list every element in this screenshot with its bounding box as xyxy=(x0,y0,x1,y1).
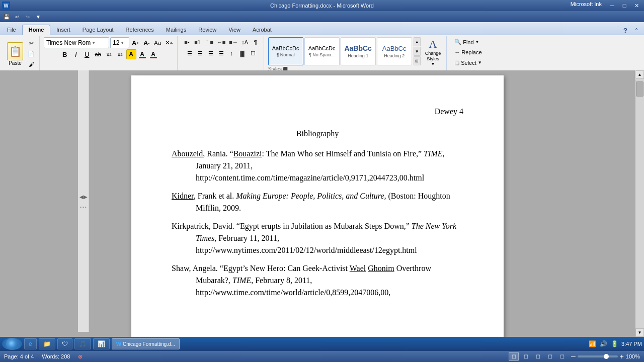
underline-button[interactable]: U xyxy=(82,49,92,59)
decrease-indent-button[interactable]: ←≡ xyxy=(215,37,227,47)
gallery-scroll-down-button[interactable]: ▼ xyxy=(414,47,421,56)
zoom-in-button[interactable]: + xyxy=(620,352,624,360)
find-button[interactable]: 🔍 Find ▼ xyxy=(451,37,482,47)
window-title: Chicago Formatting.docx - Microsoft Word xyxy=(270,3,374,9)
show-para-button[interactable]: ¶ xyxy=(251,37,261,47)
subscript-button[interactable]: x2 xyxy=(104,49,114,59)
word-app-icon: W xyxy=(2,2,10,10)
tab-references[interactable]: References xyxy=(120,25,160,35)
security-taskbar-button[interactable]: 🛡 xyxy=(57,338,72,349)
gallery-scroll-up-button[interactable]: ▲ xyxy=(414,37,421,46)
qat-dropdown-button[interactable]: ▼ xyxy=(34,12,43,21)
bib-entry-2-author: Kidner xyxy=(172,192,194,200)
ribbon-help-button[interactable]: ? xyxy=(621,26,630,35)
font-size-value: 12 xyxy=(113,39,119,46)
web-layout-button[interactable]: ☐ xyxy=(533,352,543,361)
scroll-thumb[interactable] xyxy=(636,81,643,97)
undo-qat-button[interactable]: ↩ xyxy=(13,12,22,21)
italic-button[interactable]: I xyxy=(71,49,81,59)
bullets-button[interactable]: ≡• xyxy=(182,37,192,47)
style-normal-button[interactable]: AaBbCcDc ¶ Normal xyxy=(268,37,303,65)
font-color-button[interactable]: A xyxy=(148,49,158,59)
folder-taskbar-button[interactable]: 📁 xyxy=(39,338,55,349)
print-layout-button[interactable]: ☐ xyxy=(509,352,519,361)
bib-entry-1-author-rest: , Rania. “Bouazizi: The Man Who set Hims… xyxy=(196,149,444,182)
tab-acrobat[interactable]: Acrobat xyxy=(247,25,278,35)
align-center-button[interactable]: ☰ xyxy=(195,48,205,58)
format-painter-button[interactable]: 🖌 xyxy=(26,59,36,69)
document-page[interactable]: Dewey 4 Bibliography Abouzeid, Rania. “B… xyxy=(131,75,504,337)
nav-arrow-icon[interactable]: ◀▶ xyxy=(78,193,89,201)
select-button[interactable]: ⬚ Select ▼ xyxy=(451,58,486,67)
style-heading1-button[interactable]: AaBbCc Heading 1 xyxy=(341,37,376,65)
font-name-selector[interactable]: Times New Rom ▼ xyxy=(44,37,109,48)
full-reading-button[interactable]: ☐ xyxy=(521,352,531,361)
align-right-button[interactable]: ☰ xyxy=(206,48,216,58)
find-dropdown-arrow: ▼ xyxy=(475,40,479,44)
cut-button[interactable]: ✂ xyxy=(26,38,36,48)
increase-indent-button[interactable]: ≡→ xyxy=(227,37,239,47)
volume-tray-icon[interactable]: 🔊 xyxy=(599,340,607,348)
scroll-track[interactable] xyxy=(635,79,644,328)
minimize-button[interactable]: ─ xyxy=(607,1,618,10)
border-button[interactable]: ☐ xyxy=(248,48,258,58)
network-tray-icon[interactable]: 📶 xyxy=(588,340,596,348)
tab-insert[interactable]: Insert xyxy=(50,25,76,35)
paste-button[interactable]: 📋 Paste xyxy=(5,41,25,67)
line-spacing-button[interactable]: ↕ xyxy=(227,48,237,58)
media-taskbar-button[interactable]: 🎵 xyxy=(74,338,91,349)
superscript-button[interactable]: x2 xyxy=(115,49,125,59)
shrink-font-button[interactable]: A- xyxy=(141,38,151,48)
copy-button[interactable]: 📄 xyxy=(26,49,36,59)
replace-button[interactable]: ↔ Replace xyxy=(451,48,485,57)
grow-font-button[interactable]: A+ xyxy=(130,38,140,48)
battery-tray-icon[interactable]: 🔋 xyxy=(610,340,618,348)
draft-button[interactable]: ☐ xyxy=(557,352,567,361)
tab-view[interactable]: View xyxy=(222,25,247,35)
bib-entry-4-rest: , Angela. “Egypt’s New Hero: Can Geek-Ac… xyxy=(189,264,431,297)
zoom-slider[interactable] xyxy=(578,355,618,357)
tab-file[interactable]: File xyxy=(1,25,22,35)
justify-button[interactable]: ☰ xyxy=(216,48,226,58)
start-button[interactable] xyxy=(2,338,22,350)
scroll-up-button[interactable]: ▲ xyxy=(635,70,644,79)
tab-review[interactable]: Review xyxy=(192,25,222,35)
scroll-down-button[interactable]: ▼ xyxy=(635,328,644,337)
word-icon2: W xyxy=(116,341,121,347)
font-size-selector[interactable]: 12 ▼ xyxy=(110,37,129,48)
font-size-dropdown-arrow: ▼ xyxy=(120,41,124,45)
clear-format-button[interactable]: ✕A xyxy=(164,38,174,48)
paste-label: Paste xyxy=(9,60,22,66)
ribbon-collapse-button[interactable]: ^ xyxy=(632,26,641,35)
change-styles-dropdown: ▼ xyxy=(431,62,435,66)
sort-button[interactable]: ↕A xyxy=(240,37,250,47)
system-time: 3:47 PM xyxy=(621,341,642,347)
align-left-button[interactable]: ☰ xyxy=(185,48,195,58)
strikethrough-button[interactable]: ab xyxy=(93,49,103,59)
numbered-list-button[interactable]: ≡1 xyxy=(192,37,202,47)
save-qat-button[interactable]: 💾 xyxy=(2,12,11,21)
page-header: Dewey 4 xyxy=(172,106,463,118)
text-highlight-button[interactable]: A xyxy=(126,49,136,59)
bold-button[interactable]: B xyxy=(60,49,70,59)
tab-home[interactable]: Home xyxy=(22,25,51,35)
word-taskbar-button[interactable]: W Chicago Formatting.d... xyxy=(112,338,180,349)
tab-page-layout[interactable]: Page Layout xyxy=(76,25,120,35)
app-taskbar-button[interactable]: 📊 xyxy=(93,338,110,349)
bib-entry-1: Abouzeid, Rania. “Bouazizi: The Man Who … xyxy=(172,148,463,184)
zoom-out-button[interactable]: ─ xyxy=(571,353,576,360)
gallery-scroll-more-button[interactable]: ⊞ xyxy=(414,56,421,65)
change-styles-button[interactable]: A ChangeStyles ▼ xyxy=(423,35,444,70)
multilevel-list-button[interactable]: ⋮≡ xyxy=(203,37,214,47)
maximize-button[interactable]: □ xyxy=(619,1,630,10)
ie-taskbar-button[interactable]: e xyxy=(24,338,37,349)
tab-mailings[interactable]: Mailings xyxy=(160,25,192,35)
change-case-button[interactable]: Aa xyxy=(152,38,163,48)
shading-button[interactable]: A xyxy=(137,49,147,59)
redo-qat-button[interactable]: ↪ xyxy=(23,12,32,21)
style-no-spacing-button[interactable]: AaBbCcDc ¶ No Spaci... xyxy=(304,37,340,65)
style-heading2-button[interactable]: AaBbCc Heading 2 xyxy=(377,37,412,65)
close-button[interactable]: ✕ xyxy=(631,1,642,10)
shading2-button[interactable]: ▓ xyxy=(237,48,248,58)
outline-button[interactable]: ☐ xyxy=(545,352,555,361)
